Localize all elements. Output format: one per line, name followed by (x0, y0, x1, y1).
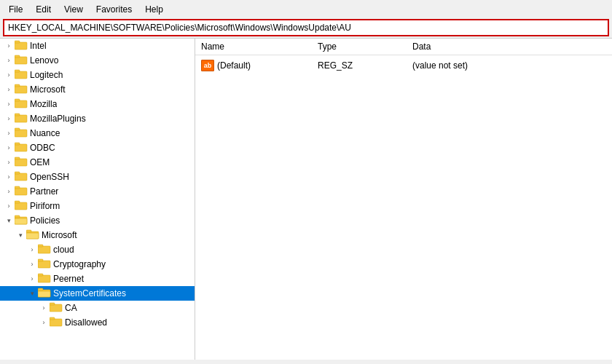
folder-icon (50, 302, 65, 314)
expander-icon[interactable]: › (38, 317, 50, 328)
col-header-data: Data (412, 41, 612, 52)
tree-item-label: Intel (30, 41, 47, 51)
svg-rect-32 (38, 261, 50, 268)
menubar: File Edit View Favorites Help (0, 0, 612, 36)
expander-icon[interactable]: › (3, 157, 15, 168)
svg-rect-22 (15, 202, 27, 210)
expander-icon[interactable]: › (3, 98, 15, 110)
expander-icon[interactable]: › (3, 127, 15, 139)
table-row[interactable]: ab(Default)REG_SZ(value not set) (195, 58, 612, 73)
expander-icon[interactable]: › (3, 200, 15, 212)
folder-icon (38, 258, 53, 271)
tree-item-label: Microsoft (30, 84, 66, 95)
tree-item[interactable]: › Lenovo (0, 53, 195, 68)
svg-rect-41 (50, 319, 62, 326)
tree-item-label: Microsoft (42, 230, 77, 240)
svg-rect-8 (15, 100, 27, 108)
folder-icon (26, 229, 42, 242)
tree-item-label: Policies (30, 215, 60, 226)
tree-panel: › Intel› Lenovo› Logitech› Microsoft› Mo… (0, 39, 195, 360)
svg-rect-26 (15, 218, 27, 224)
expander-icon[interactable]: ▾ (3, 215, 15, 226)
folder-icon (38, 244, 53, 256)
folder-icon (15, 69, 30, 82)
tree-item[interactable]: ▾ Policies (0, 213, 195, 228)
tree-item[interactable]: › Mozilla (0, 97, 195, 111)
address-input[interactable] (3, 19, 609, 36)
tree-item[interactable]: ▾ SystemCertificates (0, 286, 195, 301)
svg-rect-11 (15, 114, 20, 116)
svg-rect-7 (15, 84, 20, 87)
tree-item[interactable]: › Disallowed (0, 315, 195, 330)
tree-item[interactable]: › Partner (0, 184, 195, 199)
folder-icon (15, 84, 30, 96)
expander-icon[interactable]: › (3, 55, 15, 66)
col-header-name: Name (201, 41, 318, 52)
tree-item[interactable]: › Cryptography (0, 257, 195, 272)
folder-icon (15, 142, 30, 154)
folder-icon (15, 157, 30, 169)
svg-rect-3 (15, 55, 20, 58)
folder-icon (15, 113, 30, 125)
tree-item[interactable]: › Intel (0, 39, 195, 53)
tree-item-label: Mozilla (30, 99, 57, 109)
menu-edit[interactable]: Edit (30, 3, 57, 16)
menu-file[interactable]: File (3, 3, 28, 16)
menu-favorites[interactable]: Favorites (90, 3, 138, 16)
tree-item-label: Cryptography (53, 259, 106, 269)
expander-icon[interactable]: › (3, 84, 15, 95)
tree-item[interactable]: › Logitech (0, 68, 195, 82)
svg-rect-0 (15, 42, 27, 50)
svg-rect-12 (15, 130, 27, 137)
folder-icon (15, 171, 30, 183)
tree-item[interactable]: › Nuance (0, 126, 195, 141)
svg-rect-19 (15, 172, 20, 174)
folder-icon (15, 186, 30, 198)
svg-rect-14 (15, 144, 27, 151)
expander-icon[interactable]: › (38, 302, 50, 314)
svg-rect-34 (38, 275, 50, 282)
svg-rect-37 (38, 288, 43, 290)
reg-sz-icon: ab (201, 60, 214, 71)
svg-rect-28 (26, 230, 31, 232)
svg-rect-6 (15, 86, 27, 93)
expander-icon[interactable]: › (3, 69, 15, 81)
tree-item-label: Logitech (30, 70, 63, 80)
svg-rect-29 (26, 233, 39, 239)
expander-icon[interactable]: › (26, 244, 38, 256)
tree-item[interactable]: › Microsoft (0, 82, 195, 97)
svg-rect-33 (38, 259, 43, 261)
menu-view[interactable]: View (58, 3, 89, 16)
tree-item[interactable]: › Peernet (0, 272, 195, 286)
tree-item[interactable]: › cloud (0, 242, 195, 257)
tree-item[interactable]: ▾ Microsoft (0, 228, 195, 242)
expander-icon[interactable]: › (3, 142, 15, 154)
tree-item[interactable]: › Piriform (0, 199, 195, 213)
expander-icon[interactable]: ▾ (15, 229, 26, 241)
folder-icon (15, 215, 30, 227)
expander-icon[interactable]: › (3, 171, 15, 183)
tree-item[interactable]: › OEM (0, 155, 195, 170)
tree-item[interactable]: › CA (0, 301, 195, 315)
expander-icon[interactable]: › (26, 273, 38, 285)
tree-item-label: Partner (30, 186, 58, 197)
folder-icon (50, 317, 65, 329)
svg-rect-1 (15, 41, 20, 43)
menu-help[interactable]: Help (139, 3, 169, 16)
folder-icon (38, 288, 53, 300)
svg-rect-2 (15, 57, 27, 64)
svg-rect-35 (38, 274, 43, 276)
svg-rect-21 (15, 186, 20, 189)
tree-item[interactable]: › MozillaPlugins (0, 111, 195, 126)
expander-icon[interactable]: › (3, 113, 15, 124)
tree-item[interactable]: › ODBC (0, 141, 195, 155)
expander-icon[interactable]: › (3, 40, 15, 52)
cell-name: ab(Default) (201, 60, 318, 71)
expander-icon[interactable]: › (26, 258, 38, 270)
tree-item[interactable]: › OpenSSH (0, 170, 195, 184)
tree-item-label: Disallowed (65, 317, 107, 328)
address-bar (3, 19, 609, 36)
folder-icon (15, 127, 30, 140)
expander-icon[interactable]: › (3, 186, 15, 197)
expander-icon[interactable]: ▾ (26, 288, 38, 299)
